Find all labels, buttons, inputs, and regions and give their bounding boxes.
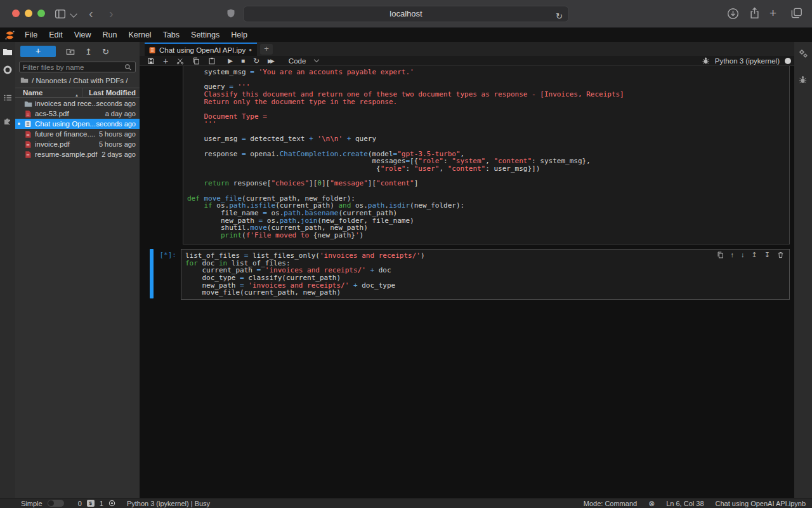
property-inspector-icon[interactable] (798, 48, 808, 58)
delete-cell-icon[interactable] (777, 251, 784, 258)
menubar-items: FileEditViewRunKernelTabsSettingsHelp (19, 28, 253, 42)
file-row[interactable]: Chat using Open...seconds ago (15, 119, 140, 129)
unsaved-dot-icon[interactable]: ● (249, 47, 252, 53)
new-tab-button[interactable]: + (769, 6, 776, 20)
kernel-count[interactable]: 1 (100, 500, 103, 507)
file-list: invoices and rece...seconds agoacs-53.pd… (15, 98, 140, 159)
move-cell-down-icon[interactable]: ↓ (741, 251, 745, 258)
add-cell-icon[interactable]: + (163, 56, 168, 66)
breadcrumb-path: / Nanonets / Chat with PDFs / (32, 77, 128, 84)
tab-overview-icon[interactable] (790, 7, 802, 19)
code-line: Return only the document type in the res… (187, 98, 785, 106)
file-name: acs-53.pdf (35, 110, 103, 117)
save-icon[interactable] (147, 57, 155, 65)
cell-type-dropdown[interactable]: Code (289, 57, 319, 65)
left-activity-bar (0, 42, 15, 498)
menu-item-edit[interactable]: Edit (43, 28, 69, 42)
restart-kernel-icon[interactable]: ↻ (253, 56, 259, 66)
downloads-icon[interactable] (727, 8, 739, 20)
file-row[interactable]: resume-sample.pdf2 days ago (15, 149, 140, 159)
kernel-status-text[interactable]: Python 3 (ipykernel) | Busy (127, 500, 210, 507)
window-minimize-button[interactable] (25, 10, 32, 17)
refresh-icon[interactable]: ↻ (102, 47, 109, 57)
insert-cell-below-icon[interactable]: ↧ (764, 251, 770, 258)
url-text: localhost (390, 9, 422, 18)
duplicate-cell-icon[interactable] (717, 251, 724, 258)
menu-item-tabs[interactable]: Tabs (157, 28, 185, 42)
file-name: Chat using Open... (35, 120, 103, 128)
notifications-icon[interactable]: ⊗ (648, 499, 655, 508)
pdf-file-icon (24, 140, 32, 149)
code-cell-1[interactable]: system_msg = 'You are an accounts payabl… (183, 66, 790, 244)
menu-item-view[interactable]: View (69, 28, 97, 42)
debugger-bug-icon[interactable] (702, 57, 710, 65)
move-cell-up-icon[interactable]: ↑ (731, 251, 735, 258)
notebook-file-icon (148, 46, 156, 54)
column-header-name[interactable]: Name ▲ (15, 88, 82, 97)
notebook-content: system_msg = 'You are an accounts payabl… (140, 66, 794, 498)
breadcrumb[interactable]: / Nanonets / Chat with PDFs / (20, 76, 128, 84)
new-folder-icon[interactable] (66, 47, 75, 56)
home-folder-icon[interactable] (20, 76, 29, 84)
insert-cell-above-icon[interactable]: ↥ (752, 251, 757, 258)
notebook-panel: Chat using OpenAI API.ipy ● + + ▶ ■ ↻ ▶▶ (140, 42, 794, 498)
pdf-file-icon (24, 110, 32, 118)
search-icon (124, 64, 132, 71)
code-cell-2[interactable]: list_of_files = list_files_only('invoice… (181, 249, 790, 300)
window-zoom-button[interactable] (37, 10, 45, 17)
simple-mode-label: Simple (21, 500, 43, 507)
menu-item-help[interactable]: Help (225, 28, 253, 42)
table-of-contents-icon[interactable] (3, 93, 13, 103)
kernel-name[interactable]: Python 3 (ipykernel) (715, 57, 780, 65)
simple-mode-toggle[interactable] (48, 500, 64, 507)
code-line: move_file(current_path, new_path) (185, 289, 785, 297)
share-icon[interactable] (749, 7, 761, 19)
window-close-button[interactable] (12, 10, 20, 17)
paste-cells-icon[interactable] (208, 57, 216, 65)
column-header-modified[interactable]: Last Modified (82, 88, 140, 97)
new-tab-plus-button[interactable]: + (260, 44, 273, 55)
file-modified: 5 hours ago (99, 140, 136, 148)
stop-kernel-icon[interactable]: ■ (241, 56, 245, 66)
cell-2-prompt: [*]: (140, 251, 176, 259)
reload-icon[interactable]: ↻ (556, 9, 563, 24)
debugger-sidebar-icon[interactable] (798, 75, 808, 85)
forward-button[interactable]: › (109, 8, 114, 19)
file-row[interactable]: invoice.pdf5 hours ago (15, 139, 140, 149)
filter-placeholder: Filter files by name (23, 64, 124, 71)
code-line (187, 76, 785, 84)
url-bar[interactable]: localhost ↻ (243, 6, 569, 22)
cut-cells-icon[interactable] (176, 57, 184, 65)
terminal-icon: $ (87, 500, 95, 507)
back-button[interactable]: ‹ (89, 8, 93, 19)
kernel-busy-indicator[interactable] (785, 58, 791, 64)
code-line: return response["choices"][0]["message"]… (187, 180, 785, 187)
file-row[interactable]: invoices and rece...seconds ago (15, 98, 140, 109)
menu-item-settings[interactable]: Settings (185, 28, 225, 42)
status-bar: Simple 0 $ 1 Python 3 (ipykernel) | Busy… (0, 498, 812, 508)
run-cell-icon[interactable]: ▶ (228, 56, 233, 66)
notebook-tab[interactable]: Chat using OpenAI API.ipy ● (145, 43, 257, 56)
restart-run-all-icon[interactable]: ▶▶ (268, 56, 273, 66)
kernel-sessions-icon (108, 500, 115, 507)
file-browser-panel: + ↥ ↻ Filter files by name / Nanonets / … (15, 42, 140, 498)
copy-cells-icon[interactable] (192, 57, 200, 65)
file-row[interactable]: future of finance....5 hours ago (15, 129, 140, 139)
code-line: system_msg = 'You are an accounts payabl… (187, 69, 785, 76)
upload-icon[interactable]: ↥ (85, 47, 92, 57)
terminal-count[interactable]: 0 (78, 500, 82, 507)
file-browser-icon[interactable] (3, 47, 13, 57)
file-row[interactable]: acs-53.pdfa day ago (15, 109, 140, 119)
extension-manager-icon[interactable] (3, 116, 13, 126)
cursor-position[interactable]: Ln 6, Col 38 (666, 500, 704, 507)
running-kernels-icon[interactable] (3, 65, 13, 75)
filter-files-input[interactable]: Filter files by name (19, 62, 136, 72)
menu-item-run[interactable]: Run (97, 28, 123, 42)
menu-item-file[interactable]: File (19, 28, 43, 42)
jupyter-menubar: FileEditViewRunKernelTabsSettingsHelp (0, 28, 812, 42)
chevron-down-icon[interactable] (71, 11, 76, 17)
sidebar-toggle-icon[interactable] (55, 8, 66, 20)
command-mode-indicator[interactable]: Mode: Command (584, 500, 637, 507)
new-launcher-button[interactable]: + (20, 46, 56, 57)
menu-item-kernel[interactable]: Kernel (123, 28, 157, 42)
